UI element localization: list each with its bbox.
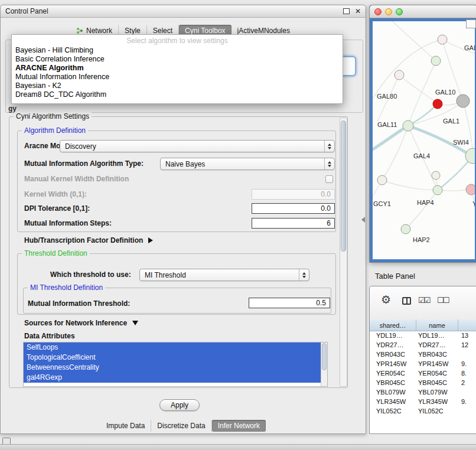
node[interactable]: [432, 171, 440, 180]
popup-item-basic-correlation[interactable]: Basic Correlation Inference: [12, 55, 343, 64]
minimize-button[interactable]: [385, 8, 392, 15]
node-label-gal-partial: GAL: [464, 44, 475, 51]
mi-algorithm-type-label: Mutual Information Algorithm Type:: [24, 159, 144, 168]
table-cell: YER054C: [370, 370, 416, 377]
node[interactable]: [401, 224, 410, 234]
scrollbar-thumb[interactable]: [341, 120, 346, 252]
column-header-shared-name[interactable]: shared…: [370, 319, 416, 331]
node[interactable]: [433, 185, 442, 195]
manual-kernel-label: Manual Kernel Width Definition: [24, 175, 129, 183]
aracne-mode-select[interactable]: Discovery: [60, 140, 335, 152]
tab-label: jActiveMNodules: [237, 27, 290, 35]
table-cell: YIL052C: [370, 407, 416, 415]
overview-toggle[interactable]: [466, 19, 476, 28]
node-pink[interactable]: [466, 184, 475, 195]
zoom-button[interactable]: [396, 8, 403, 15]
node-label-hap2: HAP2: [413, 236, 430, 243]
table-cell: 12: [458, 341, 476, 348]
tab-label: Impute Data: [106, 422, 145, 430]
table-row[interactable]: YBL079W YBL079W: [370, 387, 476, 397]
close-icon[interactable]: ✕: [355, 8, 361, 15]
popup-item-bayesian-hill-climbing[interactable]: Bayesian - Hill Climbing: [12, 46, 343, 55]
apply-button[interactable]: Apply: [159, 399, 200, 411]
which-threshold-label: Which threshold to use:: [50, 270, 131, 279]
which-threshold-select[interactable]: MI Threshold: [139, 269, 309, 281]
table-row[interactable]: YBR045C YBR045C 2: [370, 378, 476, 387]
node[interactable]: [431, 56, 441, 66]
attribute-item[interactable]: BetweennessCentrality: [24, 363, 321, 373]
scrollbar-thumb[interactable]: [322, 343, 327, 370]
kernel-width-label: Kernel Width (0,1):: [24, 190, 87, 198]
select-all-icon[interactable]: ☑☑: [418, 296, 429, 305]
node-selected[interactable]: [433, 99, 442, 109]
table-cell: YDL19…: [370, 332, 416, 339]
table-cell: 2: [458, 379, 476, 386]
manual-kernel-checkbox[interactable]: [325, 175, 333, 183]
stepper-icon: [324, 141, 334, 152]
close-button[interactable]: [374, 8, 382, 15]
table-cell: YPR145W: [370, 360, 416, 367]
table-cell: YBR045C: [416, 379, 458, 386]
sources-toggle[interactable]: Sources for Network Inference: [24, 319, 138, 327]
clear-selection-icon[interactable]: ☐☐: [437, 296, 448, 305]
table-row[interactable]: YDL19… YDL19… 13: [370, 331, 476, 340]
table-cell: 8.: [458, 370, 476, 377]
collapse-arrow-icon: [132, 321, 138, 325]
tab-impute-data[interactable]: Impute Data: [100, 420, 151, 432]
bottom-status-strip: [0, 444, 476, 450]
table-cell: YLR345W: [370, 398, 416, 405]
float-window-icon[interactable]: [343, 8, 350, 14]
popup-item-dream8[interactable]: Dream8 DC_TDC Algorithm: [12, 90, 343, 99]
table-cell: YBR043C: [416, 351, 458, 358]
node[interactable]: [465, 148, 475, 164]
settings-scrollbar[interactable]: [340, 118, 347, 387]
control-panel-titlebar[interactable]: Control Panel ✕: [1, 5, 366, 18]
mi-steps-label: Mutual Information Steps:: [24, 219, 112, 227]
table-row[interactable]: YPR145W YPR145W 9.: [370, 359, 476, 369]
table-cell: 9.: [458, 398, 476, 405]
mi-steps-input[interactable]: 6: [252, 218, 335, 229]
attributes-scrollbar[interactable]: [321, 343, 327, 386]
table-cell: YBR045C: [370, 379, 416, 386]
panel-collapse-handle[interactable]: [361, 217, 365, 223]
mi-algorithm-type-select[interactable]: Naive Bayes: [160, 158, 335, 170]
node[interactable]: [377, 175, 387, 185]
table-cell: YER054C: [416, 370, 458, 377]
column-header-partial[interactable]: [458, 319, 476, 331]
table-panel-window: ⚙ ☑☑ ☐☐ shared… name YDL19… YDL19… 13 YD…: [369, 286, 476, 434]
dpi-tolerance-input[interactable]: 0.0: [252, 203, 335, 214]
table-row[interactable]: YBR043C YBR043C: [370, 350, 476, 359]
expand-arrow-icon: [148, 237, 153, 243]
attribute-item[interactable]: SelfLoops: [24, 343, 321, 353]
node[interactable]: [403, 120, 413, 131]
attribute-item[interactable]: gal4RGexp: [24, 373, 321, 383]
node-gray[interactable]: [457, 94, 470, 107]
hub-definition-toggle[interactable]: Hub/Transcription Factor Definition: [24, 236, 153, 244]
table-row[interactable]: YLR345W YLR345W 9.: [370, 397, 476, 406]
table-row[interactable]: YDR27… YDR27… 12: [370, 340, 476, 350]
node-label-y-partial: Y: [472, 200, 475, 207]
popup-item-aracne[interactable]: ARACNE Algorithm: [12, 64, 343, 73]
network-canvas[interactable]: GAL GAL80 GAL10 GAL11 GAL1 SWI4 GAL4 GCY…: [373, 21, 475, 259]
node[interactable]: [438, 35, 447, 44]
table-columns-icon[interactable]: [402, 297, 411, 305]
table-row[interactable]: YIL052C YIL052C: [370, 406, 476, 416]
kernel-width-input[interactable]: 0.0: [252, 189, 335, 200]
tab-infer-network[interactable]: Infer Network: [212, 420, 266, 432]
table-row[interactable]: YER054C YER054C 8.: [370, 369, 476, 378]
mi-threshold-input[interactable]: 0.5: [249, 298, 330, 308]
gear-icon[interactable]: ⚙: [381, 294, 391, 305]
popup-item-bayesian-k2[interactable]: Bayesian - K2: [12, 81, 343, 90]
tab-discretize-data[interactable]: Discretize Data: [151, 420, 211, 432]
network-window-titlebar[interactable]: [370, 5, 476, 18]
attribute-item[interactable]: TopologicalCoefficient: [24, 353, 321, 363]
popup-item-mutual-information[interactable]: Mutual Information Inference: [12, 73, 343, 81]
node-label-gal10: GAL10: [435, 89, 455, 96]
mi-threshold-title: MI Threshold Definition: [28, 283, 105, 292]
table-header: shared… name: [370, 319, 476, 331]
network-icon: [76, 27, 83, 34]
tab-label: Network: [86, 27, 112, 35]
column-header-name[interactable]: name: [416, 319, 458, 331]
node[interactable]: [395, 70, 404, 80]
data-attributes-list[interactable]: SelfLoops TopologicalCoefficient Between…: [23, 342, 328, 387]
